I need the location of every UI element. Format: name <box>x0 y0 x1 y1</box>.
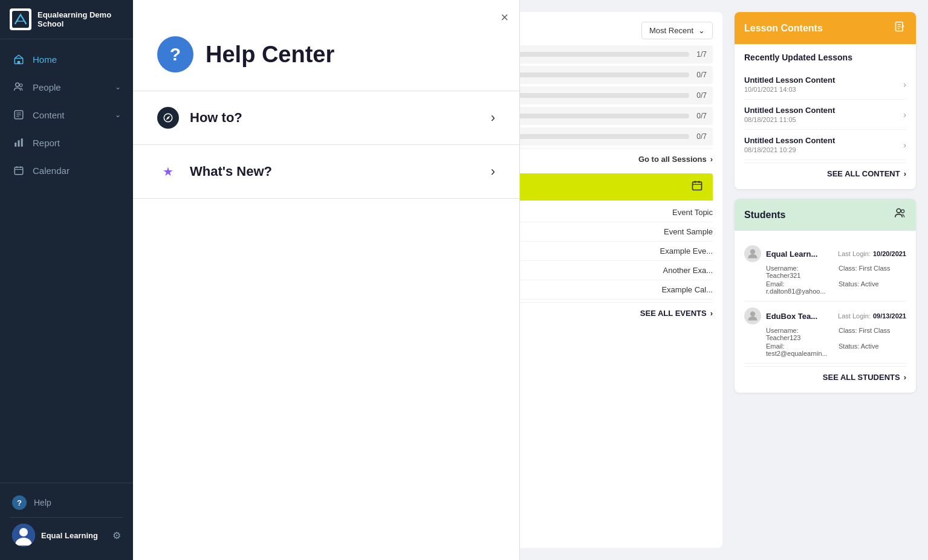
svg-point-3 <box>16 83 19 86</box>
whatsnew-arrow-icon: › <box>491 164 495 179</box>
lesson-title-2: Untitled Lesson Content <box>744 106 903 115</box>
lesson-item-2[interactable]: Untitled Lesson Content 08/18/2021 11:05… <box>744 100 906 130</box>
svg-point-17 <box>19 528 28 536</box>
student-email-2: Email: test2@equalearnin... <box>766 343 834 357</box>
svg-point-29 <box>750 312 755 317</box>
session-progress-3: 0/7 <box>696 91 707 100</box>
student-item-1: Equal Learn... Last Login: 10/20/2021 Us… <box>744 239 906 301</box>
whatsnew-star-icon: ★ <box>157 161 179 182</box>
go-to-sessions-arrow-icon: › <box>710 155 713 164</box>
event-name-5: Example Cal... <box>661 285 713 294</box>
see-all-students-label: SEE ALL STUDENTS <box>823 373 900 382</box>
student-login-date-1: 10/20/2021 <box>873 250 906 257</box>
session-progress-2: 0/7 <box>696 71 707 79</box>
lesson-arrow-1: › <box>903 80 906 89</box>
students-card: Students <box>735 199 916 393</box>
event-name-3: Example Eve... <box>660 246 713 256</box>
students-person-icon <box>894 207 906 222</box>
sidebar-item-report[interactable]: Report <box>0 129 133 156</box>
home-icon <box>12 53 25 66</box>
lesson-item-3[interactable]: Untitled Lesson Content 08/18/2021 10:29… <box>744 130 906 160</box>
help-center-overlay: × ? Help Center How to? › ★ What's New? … <box>133 0 520 560</box>
howto-compass-icon <box>157 107 179 129</box>
sort-dropdown[interactable]: Most Recent ⌄ <box>641 22 713 39</box>
students-card-header: Students <box>735 199 916 231</box>
lesson-contents-card: Lesson Contents Recently Updated Lessons <box>735 12 916 189</box>
event-name-1: Event Topic <box>672 208 713 217</box>
dropdown-value: Most Recent <box>649 26 693 35</box>
svg-rect-12 <box>15 167 23 175</box>
svg-rect-10 <box>18 140 20 147</box>
main-content: Most Recent ⌄ 1/7 0/7 <box>133 0 928 560</box>
lesson-title-3: Untitled Lesson Content <box>744 136 903 145</box>
session-progress-1: 1/7 <box>696 50 707 59</box>
student-avatar-2 <box>744 307 761 324</box>
lesson-arrow-2: › <box>903 110 906 120</box>
lesson-card-header: Lesson Contents <box>735 12 916 44</box>
settings-gear-icon[interactable]: ⚙ <box>112 530 121 541</box>
student-name-1: Equal Learn... <box>766 249 817 259</box>
student-login-info-2: Last Login: 09/13/2021 <box>838 312 906 320</box>
session-progress-5: 0/7 <box>696 132 707 141</box>
home-label: Home <box>33 54 121 65</box>
sidebar-bottom: ? Help Equal Learning ⚙ <box>0 483 133 560</box>
see-all-content-arrow: › <box>904 169 906 178</box>
sidebar: Equalearning Demo School Home <box>0 0 133 560</box>
whats-new-menu-item[interactable]: ★ What's New? › <box>133 145 519 199</box>
content-chevron: ⌄ <box>115 111 121 119</box>
sidebar-item-calendar[interactable]: Calendar <box>0 156 133 184</box>
lesson-item-1[interactable]: Untitled Lesson Content 10/01/2021 14:03… <box>744 69 906 100</box>
student-username-2: Username: Teacher123 <box>766 327 834 341</box>
lesson-item-info-2: Untitled Lesson Content 08/18/2021 11:05 <box>744 106 903 123</box>
how-to-menu-item[interactable]: How to? › <box>133 91 519 145</box>
calendar-label: Calendar <box>33 166 121 176</box>
student-class-1: Class: First Class <box>839 265 906 279</box>
see-all-content-btn[interactable]: SEE ALL CONTENT › <box>744 163 906 181</box>
students-card-body: Equal Learn... Last Login: 10/20/2021 Us… <box>735 231 916 393</box>
whatsnew-label: What's New? <box>190 164 491 179</box>
students-card-title: Students <box>744 210 785 220</box>
help-question-mark-icon: ? <box>12 495 27 510</box>
lesson-section-title: Recently Updated Lessons <box>744 53 906 62</box>
people-chevron: ⌄ <box>115 83 121 91</box>
help-center-question-icon: ? <box>157 36 193 72</box>
user-name: Equal Learning <box>41 531 112 540</box>
see-all-content-label: SEE ALL CONTENT <box>827 169 900 178</box>
see-all-events-arrow-icon: › <box>710 309 713 318</box>
svg-rect-18 <box>693 182 702 190</box>
student-login-label-1: Last Login: <box>838 250 871 257</box>
student-item-2: EduBox Tea... Last Login: 09/13/2021 Use… <box>744 301 906 364</box>
student-top-1: Equal Learn... Last Login: 10/20/2021 <box>744 245 906 262</box>
svg-rect-2 <box>18 61 21 64</box>
lesson-date-3: 08/18/2021 10:29 <box>744 146 903 153</box>
howto-label: How to? <box>190 110 491 126</box>
sidebar-item-people[interactable]: People ⌄ <box>0 73 133 101</box>
see-all-events-label: SEE ALL EVENTS <box>640 309 707 318</box>
svg-point-26 <box>897 209 901 213</box>
lesson-item-info-1: Untitled Lesson Content 10/01/2021 14:03 <box>744 76 903 93</box>
lesson-edit-icon <box>894 21 906 36</box>
sidebar-logo: Equalearning Demo School <box>0 0 133 39</box>
help-center-header: ? Help Center <box>133 0 519 91</box>
report-label: Report <box>33 138 121 148</box>
user-profile[interactable]: Equal Learning ⚙ <box>10 517 123 553</box>
event-name-4: Another Exa... <box>663 266 713 275</box>
student-email-1: Email: r.dalton81@yahoo... <box>766 280 834 295</box>
see-all-students-btn[interactable]: SEE ALL STUDENTS › <box>744 366 906 384</box>
student-login-label-2: Last Login: <box>838 312 871 320</box>
app-logo-icon <box>10 8 31 30</box>
dropdown-chevron-icon: ⌄ <box>698 26 705 35</box>
sidebar-item-home[interactable]: Home <box>0 45 133 73</box>
student-username-1: Username: Teacher321 <box>766 265 834 279</box>
help-close-button[interactable]: × <box>501 11 508 24</box>
lesson-item-info-3: Untitled Lesson Content 08/18/2021 10:29 <box>744 136 903 153</box>
student-login-date-2: 09/13/2021 <box>873 312 906 320</box>
lesson-card-title: Lesson Contents <box>744 23 823 34</box>
see-all-students-arrow: › <box>904 373 906 382</box>
svg-point-27 <box>901 210 904 213</box>
sidebar-item-content[interactable]: Content ⌄ <box>0 101 133 129</box>
help-nav-item[interactable]: ? Help <box>10 491 123 515</box>
avatar <box>12 524 35 547</box>
student-avatar-1 <box>744 245 761 262</box>
lesson-arrow-3: › <box>903 140 906 150</box>
